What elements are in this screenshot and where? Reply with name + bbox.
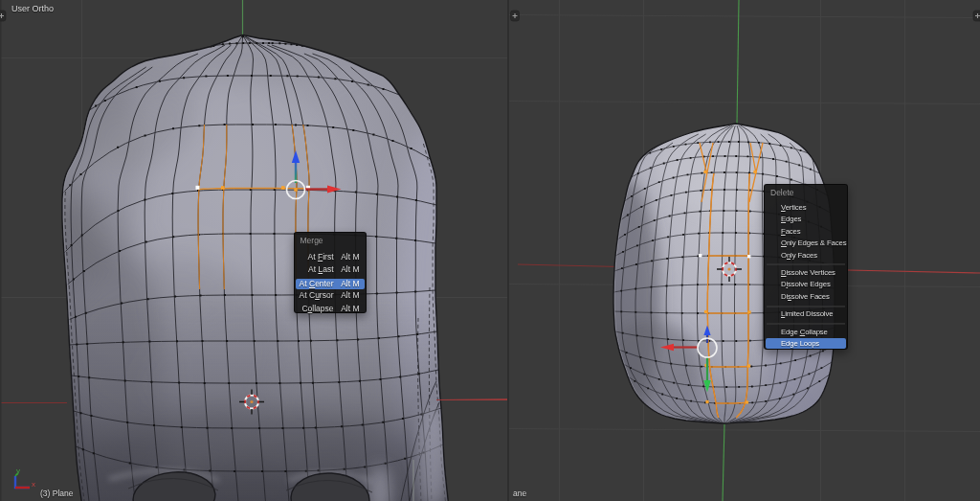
svg-text:x: x	[32, 480, 35, 489]
svg-text:y: y	[16, 467, 20, 475]
